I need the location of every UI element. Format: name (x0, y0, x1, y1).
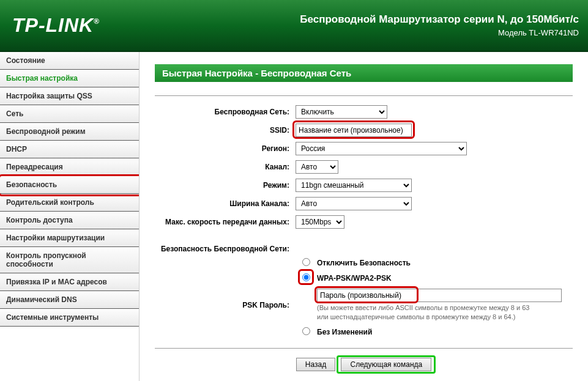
sidebar-item-ddns[interactable]: Динамический DNS (0, 291, 139, 309)
radio-disable-security[interactable] (302, 258, 310, 266)
select-wireless[interactable]: Включить (296, 105, 387, 119)
sidebar-item-wireless[interactable]: Беспроводной режим (0, 123, 139, 141)
header-right: Беспроводной Маршрутизатор серии N, до 1… (300, 13, 579, 37)
sidebar-item-parental[interactable]: Родительский контроль (0, 194, 139, 212)
label-maxrate: Макс. скорость передачи данных: (155, 218, 296, 226)
sidebar-item-quicksetup[interactable]: Быстрая настройка (0, 70, 139, 87)
select-maxrate[interactable]: 150Mbps (296, 215, 344, 229)
sidebar: Состояние Быстрая настройка Настройка за… (0, 52, 140, 381)
label-disable-security: Отключить Безопасность (317, 259, 573, 267)
label-wpa-psk: WPA-PSK/WPA2-PSK (317, 274, 573, 283)
sidebar-item-routing[interactable]: Настройки маршрутизации (0, 229, 139, 247)
radio-nochange[interactable] (302, 327, 310, 335)
label-psk-password: PSK Пароль: (155, 301, 296, 309)
separator-bottom (155, 348, 573, 349)
next-button[interactable]: Следующая команда (341, 358, 431, 371)
separator (155, 95, 573, 96)
sidebar-item-bandwidth[interactable]: Контроль пропускной способности (0, 247, 139, 273)
button-row: Назад Следующая команда (155, 358, 573, 371)
select-mode[interactable]: 11bgn смешанный (296, 179, 412, 192)
main-content: Быстрая Настройка - Беспроводная Сеть Бе… (140, 52, 588, 381)
logo: TP-LINK® (12, 14, 100, 37)
sidebar-item-security[interactable]: Безопасность (0, 176, 139, 194)
sidebar-item-qss[interactable]: Настройка защиты QSS (0, 87, 139, 105)
sidebar-item-forwarding[interactable]: Переадресация (0, 158, 139, 176)
label-nochange: Без Изменений (317, 328, 573, 336)
sidebar-item-dhcp[interactable]: DHCP (0, 141, 139, 158)
label-wireless: Беспроводная Сеть: (155, 108, 296, 116)
select-channel[interactable]: Авто (296, 160, 338, 174)
label-channel: Канал: (155, 163, 296, 171)
back-button[interactable]: Назад (296, 358, 335, 371)
sidebar-item-ipmac[interactable]: Привязка IP и MAC адресов (0, 273, 139, 291)
header-model: Модель TL-WR741ND (300, 28, 579, 37)
header-title: Беспроводной Маршрутизатор серии N, до 1… (300, 13, 579, 26)
sidebar-item-access[interactable]: Контроль доступа (0, 212, 139, 229)
select-region[interactable]: Россия (296, 142, 467, 155)
input-psk-password[interactable] (317, 289, 562, 302)
label-mode: Режим: (155, 181, 296, 190)
label-width: Ширина Канала: (155, 199, 296, 208)
sidebar-item-network[interactable]: Сеть (0, 105, 139, 123)
select-width[interactable]: Авто (296, 197, 412, 210)
sidebar-item-status[interactable]: Состояние (0, 52, 139, 70)
input-ssid[interactable] (296, 124, 412, 137)
sidebar-item-system[interactable]: Системные инструменты (0, 309, 139, 327)
radio-wpa-psk[interactable] (302, 273, 310, 281)
label-region: Регион: (155, 144, 296, 153)
label-security: Безопасность Беспроводной Сети: (155, 245, 296, 253)
psk-hint: (Вы можете ввести либо ASCII символы в п… (317, 303, 573, 322)
page-title: Быстрая Настройка - Беспроводная Сеть (155, 64, 573, 82)
label-ssid: SSID: (155, 126, 296, 135)
header: TP-LINK® Беспроводной Маршрутизатор сери… (0, 0, 588, 52)
